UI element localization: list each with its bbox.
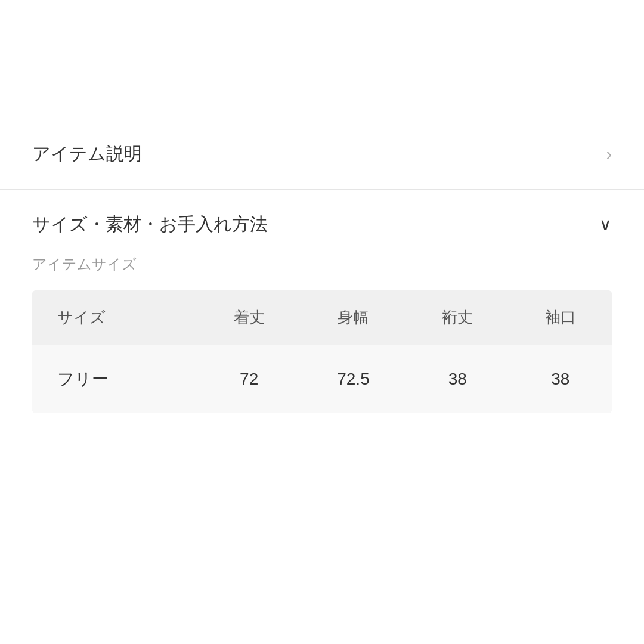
size-section-content: アイテムサイズ サイズ 着丈 身幅 裄丈 袖口 フリー 72 72.5 38 3…	[0, 255, 644, 437]
item-description-section[interactable]: アイテム説明 ›	[0, 119, 644, 190]
chevron-down-icon: ∨	[599, 215, 612, 234]
table-header-row: サイズ 着丈 身幅 裄丈 袖口	[32, 290, 612, 345]
cell-length: 72	[197, 345, 300, 414]
col-header-size: サイズ	[32, 290, 197, 345]
top-spacer	[0, 0, 644, 119]
size-material-section-header[interactable]: サイズ・素材・お手入れ方法 ∨	[0, 190, 644, 255]
size-table: サイズ 着丈 身幅 裄丈 袖口 フリー 72 72.5 38 38	[32, 290, 612, 413]
chevron-right-icon: ›	[606, 145, 612, 164]
col-header-length: 着丈	[197, 290, 300, 345]
col-header-width: 身幅	[301, 290, 406, 345]
cell-sleeve-length: 38	[406, 345, 509, 414]
cell-cuff: 38	[509, 345, 612, 414]
cell-width: 72.5	[301, 345, 406, 414]
bottom-spacer	[0, 437, 644, 644]
item-description-label: アイテム説明	[32, 142, 142, 166]
cell-size: フリー	[32, 345, 197, 414]
col-header-sleeve-length: 裄丈	[406, 290, 509, 345]
size-material-label: サイズ・素材・お手入れ方法	[32, 212, 268, 237]
page-wrapper: アイテム説明 › サイズ・素材・お手入れ方法 ∨ アイテムサイズ サイズ 着丈 …	[0, 0, 644, 644]
item-size-sub-label: アイテムサイズ	[32, 255, 612, 274]
table-row: フリー 72 72.5 38 38	[32, 345, 612, 414]
col-header-cuff: 袖口	[509, 290, 612, 345]
